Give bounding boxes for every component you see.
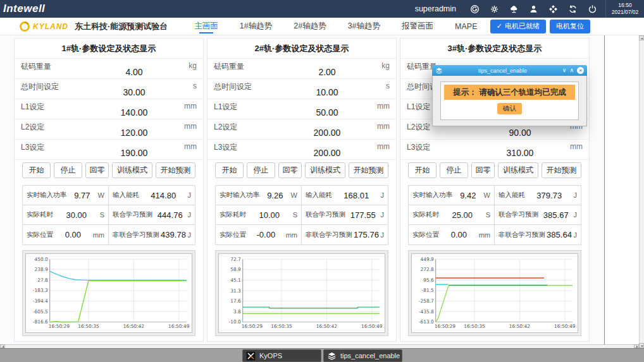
svg-text:-394.4: -394.4 bbox=[33, 298, 48, 304]
minimize-icon[interactable]: ∨ bbox=[562, 68, 567, 73]
train-mode-button[interactable]: 训练模式 bbox=[305, 162, 345, 178]
status-unit: J bbox=[381, 191, 385, 199]
start-button[interactable]: 开始 bbox=[215, 162, 244, 178]
param-value-field[interactable]: 200.00 bbox=[283, 128, 371, 138]
user-icon[interactable] bbox=[526, 2, 540, 16]
status-label: 联合学习预测 bbox=[113, 210, 152, 219]
status-unit: S bbox=[293, 211, 297, 219]
power-icon[interactable] bbox=[585, 2, 599, 16]
param-value-field[interactable]: 190.00 bbox=[90, 148, 178, 158]
svg-text:16:50:35: 16:50:35 bbox=[464, 323, 485, 329]
confirm-button[interactable]: 确认 bbox=[497, 103, 522, 114]
circle-g-icon[interactable] bbox=[468, 2, 481, 16]
status-label: 非联合学习预测 bbox=[498, 231, 545, 239]
scroll-up-arrow[interactable] bbox=[639, 35, 644, 40]
param-label: L2设定 bbox=[21, 122, 44, 133]
tab-main-screen[interactable]: 主画面 bbox=[194, 18, 218, 35]
train-mode-button[interactable]: 训练模式 bbox=[112, 162, 152, 178]
status-label: 实时输入功率 bbox=[220, 191, 259, 200]
status-unit: mm bbox=[286, 231, 297, 239]
kyland-emblem-icon bbox=[19, 21, 30, 32]
gear-icon[interactable] bbox=[487, 2, 501, 16]
param-value-field[interactable]: 140.00 bbox=[90, 107, 178, 118]
zero-button[interactable]: 回零 bbox=[278, 162, 302, 178]
start-button[interactable]: 开始 bbox=[22, 162, 51, 178]
zero-button[interactable]: 回零 bbox=[85, 162, 109, 178]
dialog-titlebar[interactable]: tips_cancel_enable ∨ ∧ × bbox=[432, 65, 587, 76]
svg-text:16:50:42: 16:50:42 bbox=[123, 323, 145, 329]
taskbar-item-tips-cancel-enable[interactable]: tips_cancel_enable bbox=[323, 349, 402, 362]
param-value-field[interactable]: 30.00 bbox=[90, 87, 178, 97]
motor-ready-button[interactable]: ✓ 电机已就绪 bbox=[490, 20, 546, 33]
param-value-field[interactable]: 2.00 bbox=[283, 67, 371, 77]
param-unit: mm bbox=[377, 142, 390, 151]
status-row: 实际位置-0.00mm 非联合学习预测175.76J bbox=[216, 225, 388, 244]
taskbar-item-kyops[interactable]: KyOPS bbox=[242, 349, 321, 362]
svg-text:45.1: 45.1 bbox=[230, 277, 241, 283]
status-label: 实时输入功率 bbox=[27, 191, 66, 200]
status-label: 实际耗时 bbox=[220, 210, 246, 219]
status-label: 实际位置 bbox=[412, 231, 439, 239]
vertical-scrollbar[interactable] bbox=[639, 35, 644, 348]
svg-text:31.3: 31.3 bbox=[230, 287, 241, 293]
tab-axis1-trend[interactable]: 1#轴趋势 bbox=[240, 18, 272, 35]
nav-buttons: ✓ 电机已就绪 电机复位 bbox=[490, 20, 590, 33]
tab-axis2-trend[interactable]: 2#轴趋势 bbox=[294, 18, 326, 35]
param-label: 总时间设定 bbox=[21, 81, 59, 92]
svg-text:95.6: 95.6 bbox=[423, 277, 434, 283]
close-icon[interactable]: × bbox=[577, 67, 584, 74]
status-value: -0.00 bbox=[246, 230, 286, 239]
stop-button[interactable]: 停止 bbox=[247, 162, 275, 178]
start-button[interactable]: 开始 bbox=[408, 162, 437, 178]
start-predict-button[interactable]: 开始预测 bbox=[542, 162, 581, 178]
param-value-field[interactable]: 310.00 bbox=[476, 148, 564, 158]
apps-icon[interactable] bbox=[546, 2, 560, 16]
svg-text:16:50:35: 16:50:35 bbox=[78, 323, 99, 329]
param-label: 砝码重量 bbox=[21, 61, 51, 72]
svg-text:-10.0: -10.0 bbox=[229, 319, 241, 325]
param-value-field[interactable]: 4.00 bbox=[90, 67, 178, 77]
param-unit: mm bbox=[184, 122, 197, 131]
trend-chart-svg: 450.0238.927.8-183.3-394.4-605.5-816.616… bbox=[26, 254, 192, 332]
stop-button[interactable]: 停止 bbox=[440, 162, 468, 178]
motor-reset-button[interactable]: 电机复位 bbox=[550, 20, 590, 33]
status-unit: J bbox=[574, 231, 578, 239]
param-value-field[interactable]: 200.00 bbox=[283, 148, 371, 158]
status-row: 实际位置0.00mm 非联合学习预测439.78J bbox=[23, 225, 195, 244]
param-row-l1: L1设定 140.00 mm bbox=[15, 99, 203, 119]
status-unit: J bbox=[188, 231, 192, 239]
param-value-field[interactable]: 50.00 bbox=[283, 107, 371, 118]
train-mode-button[interactable]: 训练模式 bbox=[498, 162, 538, 178]
param-label: L2设定 bbox=[407, 122, 430, 133]
status-label: 非联合学习预测 bbox=[306, 231, 352, 239]
zero-button[interactable]: 回零 bbox=[471, 162, 495, 178]
tab-axis3-trend[interactable]: 3#轴趋势 bbox=[348, 18, 380, 35]
status-value: 9.77 bbox=[66, 191, 98, 200]
status-unit: W bbox=[291, 191, 297, 199]
svg-text:-258.7: -258.7 bbox=[419, 298, 434, 304]
stop-button[interactable]: 停止 bbox=[54, 162, 82, 178]
start-predict-button[interactable]: 开始预测 bbox=[349, 162, 388, 178]
tab-mape[interactable]: MAPE bbox=[455, 18, 477, 35]
param-label: L3设定 bbox=[407, 142, 430, 153]
status-unit: W bbox=[98, 191, 104, 199]
param-value-field[interactable]: 10.00 bbox=[283, 87, 371, 97]
param-value-field[interactable]: 120.00 bbox=[90, 128, 178, 138]
start-predict-button[interactable]: 开始预测 bbox=[156, 162, 195, 178]
param-value-field[interactable]: 90.00 bbox=[476, 128, 564, 138]
param-unit: s bbox=[193, 81, 197, 90]
tab-alarm-screen[interactable]: 报警画面 bbox=[402, 18, 433, 35]
panel-track-2: 2#轨·参数设定及状态显示 砝码重量 2.00 kg 总时间设定 10.00 s… bbox=[207, 38, 397, 342]
maximize-icon[interactable]: ∧ bbox=[569, 68, 574, 73]
svg-text:449.9: 449.9 bbox=[420, 256, 433, 262]
dialog-body: 提示： 请确认三个轨道均已完成 确认 bbox=[432, 76, 587, 126]
trend-chart-svg: 72.758.945.131.317.63.8-10.016:50:2916:5… bbox=[219, 254, 385, 332]
svg-text:-81.5: -81.5 bbox=[422, 287, 434, 293]
status-value: 385.64 bbox=[545, 230, 574, 239]
svg-text:58.9: 58.9 bbox=[230, 267, 241, 272]
scroll-down-arrow[interactable] bbox=[639, 343, 644, 348]
cloud-network-icon[interactable] bbox=[507, 2, 521, 16]
stack-icon bbox=[435, 67, 443, 75]
sync-icon[interactable] bbox=[566, 2, 579, 16]
svg-text:272.8: 272.8 bbox=[420, 267, 433, 272]
